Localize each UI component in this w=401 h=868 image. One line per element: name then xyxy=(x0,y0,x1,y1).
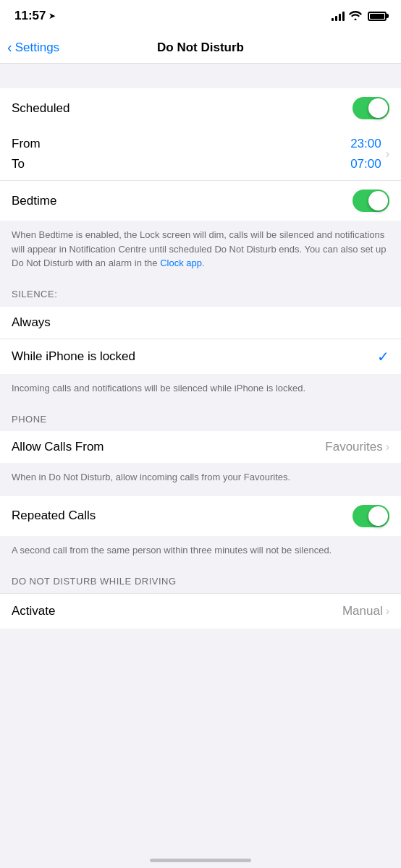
back-label: Settings xyxy=(15,41,59,55)
time-display: 11:57 xyxy=(14,9,46,23)
toggle-thumb xyxy=(368,98,388,118)
home-indicator xyxy=(150,859,251,862)
bedtime-row: Bedtime xyxy=(0,181,401,221)
activate-label: Activate xyxy=(12,604,55,618)
clock-app-link[interactable]: Clock app xyxy=(160,258,202,268)
allow-calls-row[interactable]: Allow Calls From Favourites › xyxy=(0,431,401,463)
from-to-row[interactable]: From To 23:00 07:00 › xyxy=(0,128,401,181)
to-time: 07:00 xyxy=(350,154,381,174)
checkmark-icon: ✓ xyxy=(377,348,389,365)
dnd-driving-section-header: DO NOT DISTURB WHILE DRIVING xyxy=(0,569,401,593)
to-label: To xyxy=(12,154,41,174)
status-bar: 11:57 ➤ xyxy=(0,0,401,32)
repeated-calls-row: Repeated Calls xyxy=(0,496,401,536)
locked-info-text: Incoming calls and notifications will be… xyxy=(12,383,305,393)
from-label: From xyxy=(12,134,41,154)
back-button[interactable]: ‹ Settings xyxy=(7,39,59,56)
locked-info: Incoming calls and notifications will be… xyxy=(0,374,401,407)
allow-calls-info: When in Do Not Disturb, allow incoming c… xyxy=(0,463,401,496)
wifi-icon xyxy=(349,10,362,22)
always-row[interactable]: Always xyxy=(0,307,401,339)
while-locked-label: While iPhone is locked xyxy=(12,349,135,364)
bedtime-info: When Bedtime is enabled, the Lock screen… xyxy=(0,221,401,282)
repeated-calls-info-text: A second call from the same person withi… xyxy=(12,545,332,556)
silence-label: SILENCE: xyxy=(12,289,57,299)
location-icon: ➤ xyxy=(48,11,56,21)
dnd-driving-label: DO NOT DISTURB WHILE DRIVING xyxy=(12,576,177,587)
silence-section-header: SILENCE: xyxy=(0,282,401,307)
from-to-chevron-icon: › xyxy=(386,148,389,161)
repeated-calls-info: A second call from the same person withi… xyxy=(0,536,401,569)
allow-calls-value: Favourites xyxy=(325,440,382,454)
bedtime-toggle[interactable] xyxy=(353,190,389,212)
toggle-thumb-repeated xyxy=(368,506,388,526)
phone-section-header: PHONE xyxy=(0,407,401,431)
page-title: Do Not Disturb xyxy=(157,41,244,55)
nav-bar: ‹ Settings Do Not Disturb xyxy=(0,32,401,64)
scheduled-toggle[interactable] xyxy=(353,97,389,119)
toggle-thumb-bedtime xyxy=(368,191,388,210)
phone-group: Allow Calls From Favourites › xyxy=(0,431,401,463)
repeated-calls-toggle[interactable] xyxy=(353,505,389,527)
scheduled-row: Scheduled xyxy=(0,88,401,128)
activate-value: Manual xyxy=(342,604,383,618)
while-locked-row[interactable]: While iPhone is locked ✓ xyxy=(0,339,401,374)
status-icons xyxy=(332,10,387,22)
from-time: 23:00 xyxy=(350,134,381,154)
bedtime-label: Bedtime xyxy=(12,194,56,208)
battery-icon xyxy=(368,12,387,21)
phone-label: PHONE xyxy=(12,414,47,425)
repeated-calls-label: Repeated Calls xyxy=(12,509,96,523)
allow-calls-label: Allow Calls From xyxy=(12,440,104,454)
allow-calls-chevron-icon: › xyxy=(386,441,389,454)
status-time: 11:57 ➤ xyxy=(14,9,56,23)
back-chevron-icon: ‹ xyxy=(7,39,12,56)
signal-icon xyxy=(332,11,345,21)
always-label: Always xyxy=(12,315,51,330)
activate-chevron-icon: › xyxy=(386,605,389,618)
from-to-labels: From To xyxy=(12,128,41,180)
activate-row[interactable]: Activate Manual › xyxy=(0,593,401,629)
from-to-values: 23:00 07:00 xyxy=(350,128,381,180)
allow-calls-info-text: When in Do Not Disturb, allow incoming c… xyxy=(12,472,290,482)
scheduled-label: Scheduled xyxy=(12,101,69,116)
silence-group: Always While iPhone is locked ✓ xyxy=(0,307,401,374)
